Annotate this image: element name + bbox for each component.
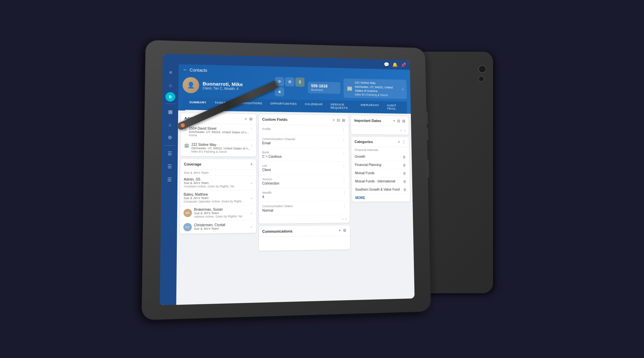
important-dates-grid-button[interactable]: ⊞ <box>402 118 406 123</box>
camera-area <box>478 65 486 82</box>
tab-opportunities[interactable]: OPPORTUNITIES <box>266 99 301 112</box>
address-1-more-button[interactable]: ⋮ <box>250 127 253 131</box>
dates-prev-button[interactable]: ‹ <box>400 128 402 133</box>
address-item-2: 🏢 222 Sistine Way Ditchwater, UT, 84022,… <box>180 140 256 156</box>
sidebar-home-icon[interactable]: ⌂ <box>164 79 176 91</box>
sidebar-list3-icon[interactable]: ☰ <box>163 173 175 185</box>
sidebar-avatar[interactable]: B <box>165 92 175 102</box>
prev-page-button[interactable]: ‹ <box>342 216 343 220</box>
coverage-add-button[interactable]: + <box>250 162 253 166</box>
address-2-more-button[interactable]: ⋮ <box>250 143 253 147</box>
coverage-2-detail: Computer Operator Active, Goes by Right.… <box>183 199 244 203</box>
field-comm-channel-more[interactable]: ⋮ <box>342 138 345 142</box>
communications-card: Communications + ⚙ <box>259 225 350 250</box>
address-building-icon: 🏢 <box>347 86 352 91</box>
category-mutual-funds-intl-delete[interactable]: 🗑 <box>403 179 407 183</box>
categories-more-button[interactable]: MORE <box>352 194 410 201</box>
sidebar-list2-icon[interactable]: ☰ <box>163 160 175 172</box>
coverage-3-chevron[interactable]: ⌄ <box>250 210 253 214</box>
back-button[interactable]: ← <box>183 67 188 72</box>
custom-fields-filter-button[interactable]: ⊟ <box>337 118 340 122</box>
coverage-primary-team: Sue & Jim's Team <box>184 171 253 174</box>
field-comm-status: Communication Status Normal ⋮ <box>259 201 350 215</box>
field-list-value: Client <box>262 168 271 171</box>
next-page-button[interactable]: › <box>345 216 346 220</box>
tab-hierarchy[interactable]: HIERARCHY <box>357 100 383 113</box>
categories-more-button[interactable]: ⋮ <box>402 140 406 144</box>
sidebar-menu-icon[interactable]: ≡ <box>165 66 177 78</box>
category-financial-planning-delete[interactable]: 🗑 <box>402 163 406 167</box>
pin-status-icon: 📌 <box>401 62 406 67</box>
coverage-2-name: Bailey, Matthew <box>184 192 244 196</box>
contact-info-row: 👤 Buonarroti, Mike Client, Tier C, Wealt… <box>182 75 407 99</box>
category-southern-growth-name: Southern Growth & Value Fund <box>355 188 400 191</box>
address-city: Ditchwater, UT, 84022, United States of … <box>355 85 400 94</box>
category-southern-growth: Southern Growth & Value Fund 🗑 <box>352 186 410 194</box>
categories-title: Categories <box>355 140 373 144</box>
addresses-settings-button[interactable]: ⚙ <box>249 116 253 121</box>
sidebar-settings-icon[interactable]: ⚙ <box>164 132 176 143</box>
volume-down-button[interactable] <box>426 127 428 140</box>
contact-header: ← Contacts 👤 Buonarroti, Mike Client, Ti… <box>178 64 411 114</box>
sidebar-search-icon[interactable]: ⌕ <box>164 118 176 130</box>
field-source-value: Connection <box>262 181 279 185</box>
categories-actions: + ⋮ <box>398 140 406 144</box>
power-button[interactable] <box>427 159 429 177</box>
action-icon-2[interactable]: ⚙ <box>285 77 294 87</box>
breadcrumb-title: Contacts <box>190 67 207 72</box>
field-book-more[interactable]: ⋮ <box>342 151 346 155</box>
tab-summary[interactable]: SUMMARY <box>185 98 211 111</box>
address-chevron-icon[interactable]: › <box>402 87 404 91</box>
field-comm-status-more[interactable]: ⋮ <box>343 204 346 208</box>
category-growth: Growth 🗑 <box>352 153 409 161</box>
address-2-details: 222 Sistine Way Ditchwater, UT, 84022, U… <box>191 143 253 153</box>
field-profile-more[interactable]: ⋮ <box>342 128 345 132</box>
dates-navigation: ‹ › <box>351 125 409 135</box>
field-book: Book C = Cautious ⋮ <box>259 148 349 161</box>
field-wealth-more[interactable]: ⋮ <box>342 191 346 195</box>
action-icon-4[interactable]: ★ <box>275 87 284 97</box>
address-2-company: Mike B's Painting & Decor <box>191 150 253 153</box>
important-dates-card: Important Dates + ⊟ ⊞ ‹ <box>351 115 409 135</box>
custom-fields-add-button[interactable]: + <box>332 118 335 122</box>
address-2-city: Ditchwater, UT, 84022, United States of … <box>192 146 253 150</box>
tab-audit-trail[interactable]: AUDIT TRAIL <box>383 101 405 113</box>
tab-calendar[interactable]: CALENDAR <box>301 100 327 112</box>
field-comm-status-value: Normal <box>262 208 293 212</box>
address-building2-icon: 🏢 <box>184 143 190 148</box>
phone-number: 555-1616 <box>311 84 337 89</box>
coverage-card: Coverage + Sue & Jim's Team <box>180 159 256 234</box>
volume-up-button[interactable] <box>426 111 428 124</box>
field-book-label: Book <box>262 150 282 154</box>
addresses-add-button[interactable]: + <box>245 116 247 121</box>
sidebar-calendar-icon[interactable]: ▦ <box>164 106 176 117</box>
coverage-4-chevron[interactable]: ⌄ <box>250 224 253 228</box>
sidebar-list1-icon[interactable]: ☰ <box>164 148 176 159</box>
communications-settings-button[interactable]: ⚙ <box>343 228 346 233</box>
categories-add-button[interactable]: + <box>398 140 400 144</box>
field-book-value: C = Cautious <box>262 154 282 158</box>
category-growth-delete[interactable]: 🗑 <box>402 155 406 159</box>
tab-service-requests[interactable]: SERVICE REQUESTS <box>326 100 357 113</box>
action-icon-3[interactable]: $ <box>295 78 305 87</box>
category-mutual-funds-delete[interactable]: 🗑 <box>403 171 407 175</box>
sidebar: ≡ ⌂ B ▦ ⌕ ⚙ ☰ ☰ ☰ <box>160 64 178 305</box>
coverage-item-1: Admin, G5 Sue & Jim's Team Assistant Act… <box>180 175 256 190</box>
sidebar-divider-1 <box>165 103 175 104</box>
coverage-2-chevron[interactable]: ⌄ <box>250 196 253 199</box>
important-dates-add-button[interactable]: + <box>393 118 395 123</box>
communications-add-button[interactable]: + <box>339 228 341 233</box>
important-dates-filter-button[interactable]: ⊟ <box>397 118 400 123</box>
coverage-1-chevron[interactable]: ⌄ <box>250 181 253 184</box>
custom-fields-grid-button[interactable]: ⊞ <box>342 118 345 122</box>
important-dates-title: Important Dates <box>354 118 381 122</box>
category-southern-growth-delete[interactable]: 🗑 <box>403 188 407 192</box>
field-source-more[interactable]: ⋮ <box>342 177 346 182</box>
field-list: List Client ⋮ <box>259 161 349 174</box>
field-list-more[interactable]: ⋮ <box>342 164 346 168</box>
phone-card: 555-1616 Business <box>308 82 340 94</box>
dates-next-button[interactable]: › <box>404 128 406 133</box>
main-content: ← Contacts 👤 Buonarroti, Mike Client, Ti… <box>176 64 415 305</box>
address-1-details: 1504 David Street Dotchwater, UT, 84024,… <box>189 126 253 137</box>
coverage-4-team: Sue & Jim's Team <box>194 227 225 231</box>
